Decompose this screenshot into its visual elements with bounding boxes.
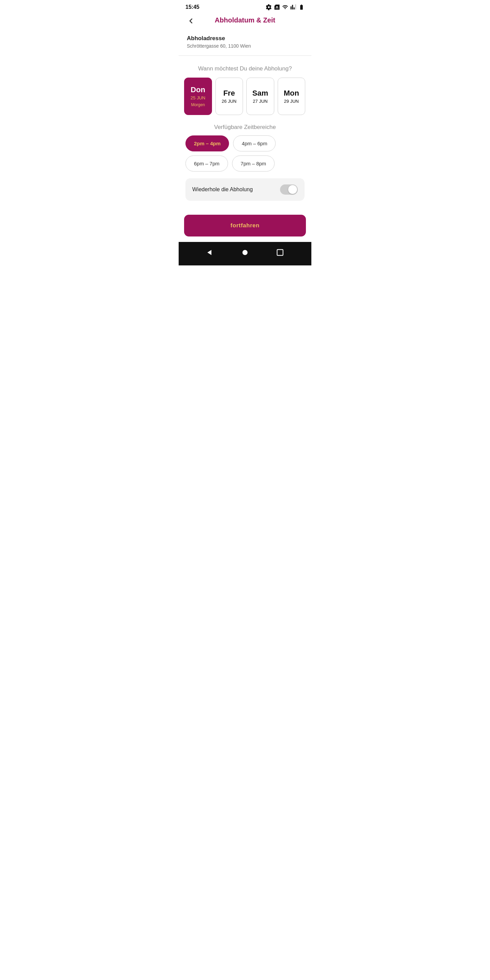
sim-icon bbox=[274, 4, 280, 10]
time-slots: 2pm – 4pm 4pm – 6pm 6pm – 7pm 7pm – 8pm bbox=[179, 135, 311, 172]
status-time: 15:45 bbox=[185, 4, 199, 10]
back-icon bbox=[187, 17, 195, 25]
date-tag-thu: Morgen bbox=[191, 102, 205, 107]
page-title: Abholdatum & Zeit bbox=[215, 16, 275, 24]
nav-recent-icon bbox=[275, 248, 285, 257]
address-section: Abholadresse Schröttergasse 60, 1100 Wie… bbox=[179, 30, 311, 56]
continue-button[interactable]: fortfahren bbox=[184, 215, 306, 237]
svg-marker-0 bbox=[207, 250, 211, 255]
date-month-sat: 27 JUN bbox=[253, 99, 267, 104]
time-slots-label: Verfügbare Zeitbereiche bbox=[179, 121, 311, 135]
header: Abholdatum & Zeit bbox=[179, 13, 311, 30]
status-bar: 15:45 bbox=[179, 0, 311, 13]
nav-back-button[interactable] bbox=[204, 247, 216, 259]
address-label: Abholadresse bbox=[187, 35, 303, 42]
date-month-thu: 25 JUN bbox=[191, 95, 205, 100]
svg-point-1 bbox=[242, 250, 247, 255]
status-icons bbox=[266, 4, 305, 10]
nav-home-button[interactable] bbox=[239, 247, 251, 259]
time-slot-6pm-7pm[interactable]: 6pm – 7pm bbox=[185, 156, 228, 172]
date-day-mon: Mon bbox=[284, 89, 299, 98]
repeat-toggle[interactable] bbox=[280, 185, 298, 195]
address-value: Schröttergasse 60, 1100 Wien bbox=[187, 43, 303, 49]
date-day-sat: Sam bbox=[253, 89, 268, 98]
date-picker: Don 25 JUN Morgen Fre 26 JUN Sam 27 JUN … bbox=[179, 78, 311, 121]
time-slot-2pm-4pm[interactable]: 2pm – 4pm bbox=[185, 135, 229, 151]
settings-icon bbox=[266, 4, 272, 10]
back-button[interactable] bbox=[185, 15, 196, 27]
date-day-thu: Don bbox=[191, 86, 205, 94]
nav-bar bbox=[179, 242, 311, 266]
time-slot-7pm-8pm[interactable]: 7pm – 8pm bbox=[232, 156, 275, 172]
date-card-mon[interactable]: Mon 29 JUN bbox=[278, 78, 305, 115]
nav-recent-button[interactable] bbox=[274, 247, 286, 259]
time-slot-4pm-6pm[interactable]: 4pm – 6pm bbox=[233, 135, 275, 151]
nav-back-icon bbox=[205, 248, 215, 257]
repeat-label: Wiederhole die Abholung bbox=[192, 186, 253, 192]
date-card-fri[interactable]: Fre 26 JUN bbox=[215, 78, 243, 115]
question-section: Wann möchtest Du deine Abholung? bbox=[179, 56, 311, 78]
question-text: Wann möchtest Du deine Abholung? bbox=[198, 65, 292, 72]
repeat-section: Wiederhole die Abholung bbox=[185, 178, 305, 201]
date-month-mon: 29 JUN bbox=[284, 99, 299, 104]
date-card-sat[interactable]: Sam 27 JUN bbox=[247, 78, 274, 115]
wifi-icon bbox=[282, 4, 288, 10]
date-card-thu[interactable]: Don 25 JUN Morgen bbox=[184, 78, 212, 115]
nav-home-icon bbox=[240, 248, 250, 257]
battery-icon bbox=[298, 4, 305, 10]
date-month-fri: 26 JUN bbox=[222, 99, 237, 104]
signal-icon bbox=[290, 4, 296, 10]
toggle-knob bbox=[288, 185, 297, 194]
date-day-fri: Fre bbox=[223, 89, 235, 98]
svg-rect-2 bbox=[277, 250, 283, 255]
